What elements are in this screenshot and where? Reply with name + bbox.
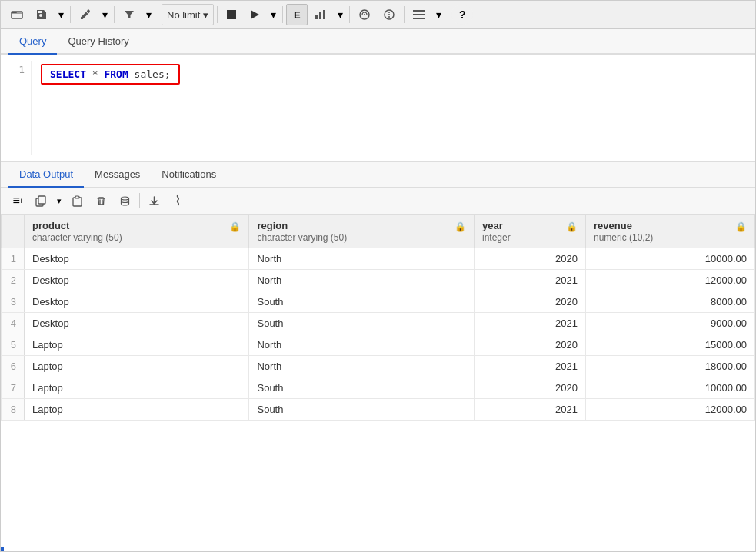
revenue-cell: 18000.00 xyxy=(586,356,755,377)
svg-rect-14 xyxy=(413,14,425,15)
help-button[interactable]: ? xyxy=(451,5,473,25)
line-number-1: 1 xyxy=(7,64,25,75)
delete-button[interactable] xyxy=(90,191,112,211)
table-row: 8 Laptop South 2021 12000.00 xyxy=(2,399,755,421)
paste-button[interactable] xyxy=(66,191,88,211)
run-button[interactable] xyxy=(244,4,265,25)
product-cell: Desktop xyxy=(25,291,249,313)
macros-button[interactable] xyxy=(353,4,376,25)
year-lock-icon: 🔒 xyxy=(566,221,578,232)
year-cell: 2021 xyxy=(474,356,585,377)
separator-4 xyxy=(217,6,218,23)
app-container: ▾ ▾ ▾ No limit ▾ ▾ E ▾ xyxy=(0,0,756,552)
svg-rect-18 xyxy=(73,198,82,206)
editor-content[interactable]: SELECT * FROM sales; xyxy=(32,61,755,155)
stop-button[interactable] xyxy=(221,4,242,25)
macros2-button[interactable] xyxy=(378,4,401,25)
row-num-cell: 5 xyxy=(2,334,25,356)
region-cell: South xyxy=(249,377,474,399)
row-num-cell: 2 xyxy=(2,270,25,291)
year-cell: 2020 xyxy=(474,377,585,399)
revenue-cell: 9000.00 xyxy=(586,313,755,334)
year-cell: 2021 xyxy=(474,399,585,421)
svg-rect-4 xyxy=(315,15,318,19)
no-limit-arrow: ▾ xyxy=(203,9,208,21)
revenue-cell: 8000.00 xyxy=(586,291,755,313)
copy-dropdown-button[interactable]: ▾ xyxy=(54,191,65,211)
revenue-cell: 12000.00 xyxy=(586,399,755,421)
product-cell: Desktop xyxy=(25,248,249,270)
edit-button[interactable] xyxy=(74,4,97,25)
row-num-cell: 6 xyxy=(2,356,25,377)
product-cell: Laptop xyxy=(25,356,249,377)
region-cell: South xyxy=(249,313,474,334)
tab-data-output[interactable]: Data Output xyxy=(8,162,84,188)
tab-query[interactable]: Query xyxy=(8,29,57,55)
tab-notifications[interactable]: Notifications xyxy=(151,162,227,188)
table-row: 5 Laptop North 2020 15000.00 xyxy=(2,334,755,356)
results-table: product character varying (50) 🔒 region … xyxy=(1,214,755,421)
table-row: 4 Desktop South 2021 9000.00 xyxy=(2,313,755,334)
line-numbers: 1 xyxy=(1,61,32,155)
filter-button[interactable] xyxy=(118,4,141,25)
region-cell: South xyxy=(249,399,474,421)
no-limit-dropdown[interactable]: No limit ▾ xyxy=(162,4,214,25)
chart-button[interactable] xyxy=(309,4,332,25)
revenue-lock-icon: 🔒 xyxy=(735,221,747,232)
tab-query-history[interactable]: Query History xyxy=(57,29,139,55)
data-separator xyxy=(139,193,140,208)
col-header-revenue: revenue numeric (10,2) 🔒 xyxy=(586,215,755,248)
run-dropdown-button[interactable]: ▾ xyxy=(267,4,279,25)
svg-point-20 xyxy=(122,197,129,200)
edit-dropdown-button[interactable]: ▾ xyxy=(98,4,111,25)
year-cell: 2021 xyxy=(474,313,585,334)
svg-rect-2 xyxy=(227,10,236,19)
query-tabs: Query Query History xyxy=(1,29,755,55)
graph-button[interactable]: ⌇ xyxy=(167,191,188,211)
region-cell: South xyxy=(249,291,474,313)
query-editor: 1 SELECT * FROM sales; xyxy=(1,55,755,162)
table-row: 6 Laptop North 2021 18000.00 xyxy=(2,356,755,377)
col-header-rownum xyxy=(2,215,25,248)
bottom-bar xyxy=(1,547,755,551)
revenue-cell: 12000.00 xyxy=(586,270,755,291)
region-lock-icon: 🔒 xyxy=(455,221,466,232)
tools-dropdown-button[interactable]: ▾ xyxy=(432,4,445,25)
product-cell: Laptop xyxy=(25,334,249,356)
tools-menu-button[interactable] xyxy=(408,4,431,25)
revenue-cell: 10000.00 xyxy=(586,377,755,399)
add-row-button[interactable]: ≡+ xyxy=(7,191,28,211)
year-cell: 2021 xyxy=(474,270,585,291)
save-dropdown-button[interactable]: ▾ xyxy=(55,4,67,25)
kw-select: SELECT xyxy=(50,68,86,80)
revenue-cell: 15000.00 xyxy=(586,334,755,356)
separator-6 xyxy=(349,6,350,23)
explain-button[interactable]: E xyxy=(286,4,308,25)
import-button[interactable] xyxy=(114,191,136,211)
revenue-cell: 10000.00 xyxy=(586,248,755,270)
separator-7 xyxy=(404,6,405,23)
separator-5 xyxy=(282,6,283,23)
col-header-year: year integer 🔒 xyxy=(474,215,585,248)
save-button[interactable] xyxy=(30,4,53,25)
chart-dropdown-button[interactable]: ▾ xyxy=(334,4,346,25)
no-limit-label: No limit xyxy=(167,9,200,21)
svg-point-8 xyxy=(364,14,365,15)
open-button[interactable] xyxy=(5,4,28,25)
download-button[interactable] xyxy=(143,191,165,211)
output-tabs: Data Output Messages Notifications xyxy=(1,162,755,188)
row-num-cell: 1 xyxy=(2,248,25,270)
copy-button[interactable] xyxy=(30,191,52,211)
svg-point-11 xyxy=(388,14,390,15)
filter-dropdown-button[interactable]: ▾ xyxy=(142,4,155,25)
row-num-cell: 8 xyxy=(2,399,25,421)
svg-rect-15 xyxy=(413,18,425,19)
kw-from: FROM xyxy=(104,68,128,80)
svg-point-10 xyxy=(388,12,390,13)
svg-rect-19 xyxy=(75,196,79,198)
row-num-cell: 4 xyxy=(2,313,25,334)
tab-messages[interactable]: Messages xyxy=(84,162,151,188)
product-lock-icon: 🔒 xyxy=(229,221,241,232)
product-cell: Desktop xyxy=(25,270,249,291)
product-cell: Desktop xyxy=(25,313,249,334)
